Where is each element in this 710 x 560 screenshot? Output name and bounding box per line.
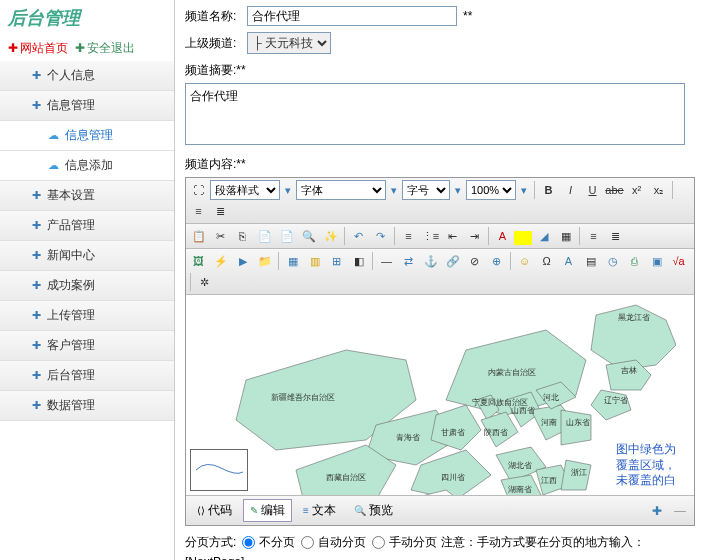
char-icon[interactable]: Ω: [536, 251, 557, 271]
menu-success[interactable]: ✚成功案例: [0, 271, 174, 301]
menu-data[interactable]: ✚数据管理: [0, 391, 174, 421]
cut-icon[interactable]: ✂: [210, 226, 231, 246]
link-icon[interactable]: 🔗: [442, 251, 463, 271]
superscript-icon[interactable]: x²: [626, 180, 647, 200]
zoom-select[interactable]: 100%: [466, 180, 516, 200]
print-icon[interactable]: ⎙: [624, 251, 645, 271]
strike-icon[interactable]: abe: [604, 180, 625, 200]
radio-manualpage[interactable]: [372, 536, 385, 549]
menu-info-add[interactable]: ☁信息添加: [0, 151, 174, 181]
excel-icon[interactable]: ▤: [580, 251, 601, 271]
inset-map: [190, 449, 248, 491]
plus-icon: ✚: [8, 41, 18, 55]
indent-icon[interactable]: ⇥: [464, 226, 485, 246]
map-region-label: 四川省: [441, 473, 465, 482]
bold-icon[interactable]: B: [538, 180, 559, 200]
ul-icon[interactable]: ⋮≡: [420, 226, 441, 246]
hr-icon[interactable]: —: [376, 251, 397, 271]
clear-icon[interactable]: ✨: [320, 226, 341, 246]
editor-expand-icon[interactable]: ✚: [648, 504, 666, 518]
pagecolor-icon[interactable]: ▦: [555, 226, 576, 246]
summary-textarea[interactable]: 合作代理: [185, 83, 685, 145]
map-icon[interactable]: ⊕: [486, 251, 507, 271]
map-region-label: 吉林: [621, 366, 637, 375]
undo-icon[interactable]: ↶: [348, 226, 369, 246]
grid-icon[interactable]: ⊞: [326, 251, 347, 271]
menu-product[interactable]: ✚产品管理: [0, 211, 174, 241]
image-icon[interactable]: 🖼: [188, 251, 209, 271]
underline-icon[interactable]: U: [582, 180, 603, 200]
align-center-icon[interactable]: ≣: [210, 201, 231, 221]
menu-personal[interactable]: ✚个人信息: [0, 61, 174, 91]
radio-nopage[interactable]: [242, 536, 255, 549]
plus-icon: ✚: [32, 309, 41, 322]
exit-link[interactable]: 安全退出: [87, 41, 135, 55]
template-icon[interactable]: ▣: [646, 251, 667, 271]
file-icon[interactable]: 📁: [254, 251, 275, 271]
date-icon[interactable]: ◷: [602, 251, 623, 271]
nextpage-tag: [NextPage]: [185, 555, 244, 560]
form-icon[interactable]: ▥: [304, 251, 325, 271]
fill-icon[interactable]: ◢: [533, 226, 554, 246]
paste-icon[interactable]: 📋: [188, 226, 209, 246]
font-select[interactable]: 字体: [296, 180, 386, 200]
more-icon[interactable]: ✲: [194, 272, 215, 292]
menu-customer[interactable]: ✚客户管理: [0, 331, 174, 361]
map-legend: 图中绿色为 覆盖区域， 未覆盖的白: [616, 442, 676, 489]
menu-label: 信息管理: [65, 127, 113, 144]
tab-preview[interactable]: 🔍预览: [347, 499, 400, 522]
fontsize-select[interactable]: 字号: [402, 180, 450, 200]
menu-backend[interactable]: ✚后台管理: [0, 361, 174, 391]
editor-tabs: ⟨⟩代码 ✎编辑 ≡文本 🔍预览 ✚ —: [186, 495, 694, 525]
dropdown-icon[interactable]: ▾: [451, 180, 465, 200]
tab-text[interactable]: ≡文本: [296, 499, 343, 522]
align-justify-icon[interactable]: ≣: [605, 226, 626, 246]
align-right-icon[interactable]: ≡: [583, 226, 604, 246]
art-icon[interactable]: A: [558, 251, 579, 271]
dropdown-icon[interactable]: ▾: [517, 180, 531, 200]
italic-icon[interactable]: I: [560, 180, 581, 200]
flash-icon[interactable]: ⚡: [210, 251, 231, 271]
menu-basic[interactable]: ✚基本设置: [0, 181, 174, 211]
find-icon[interactable]: 🔍: [298, 226, 319, 246]
editor-canvas[interactable]: 黑龙江省 吉林 辽宁省 内蒙古自治区 新疆维吾尔自治区 青海省 西藏自治区 甘肃…: [186, 295, 694, 495]
align-left-icon[interactable]: ≡: [188, 201, 209, 221]
outdent-icon[interactable]: ⇤: [442, 226, 463, 246]
marquee-icon[interactable]: ⇄: [398, 251, 419, 271]
editor-collapse-icon[interactable]: —: [670, 504, 690, 518]
channel-name-input[interactable]: [247, 6, 457, 26]
media-icon[interactable]: ▶: [232, 251, 253, 271]
bgcolor-icon[interactable]: [514, 231, 532, 245]
cloud-icon: ☁: [48, 129, 59, 142]
paragraph-style-select[interactable]: 段落样式: [210, 180, 280, 200]
emoji-icon[interactable]: ☺: [514, 251, 535, 271]
menu-info-mgmt-sub[interactable]: ☁信息管理: [0, 121, 174, 151]
map-region-label: 甘肃省: [441, 428, 465, 437]
tab-edit[interactable]: ✎编辑: [243, 499, 292, 522]
eq-icon[interactable]: √a: [668, 251, 689, 271]
anchor-icon[interactable]: ⚓: [420, 251, 441, 271]
paste-text-icon[interactable]: 📄: [254, 226, 275, 246]
expand-icon[interactable]: ⛶: [188, 180, 209, 200]
menu-news[interactable]: ✚新闻中心: [0, 241, 174, 271]
menu-info-mgmt[interactable]: ✚信息管理: [0, 91, 174, 121]
parent-channel-select[interactable]: ├ 天元科技: [247, 32, 331, 54]
menu-upload[interactable]: ✚上传管理: [0, 301, 174, 331]
copy-icon[interactable]: ⎘: [232, 226, 253, 246]
unlink-icon[interactable]: ⊘: [464, 251, 485, 271]
table-icon[interactable]: ▦: [282, 251, 303, 271]
ol-icon[interactable]: ≡: [398, 226, 419, 246]
map-region-label: 黑龙江省: [618, 313, 650, 322]
dropdown-icon[interactable]: ▾: [281, 180, 295, 200]
layer-icon[interactable]: ◧: [348, 251, 369, 271]
fontcolor-icon[interactable]: A: [492, 226, 513, 246]
map-region-label: 山东省: [566, 418, 590, 427]
home-link[interactable]: 网站首页: [20, 41, 68, 55]
dropdown-icon[interactable]: ▾: [387, 180, 401, 200]
plus-icon: ✚: [32, 189, 41, 202]
tab-code[interactable]: ⟨⟩代码: [190, 499, 239, 522]
radio-autopage[interactable]: [301, 536, 314, 549]
redo-icon[interactable]: ↷: [370, 226, 391, 246]
paste-word-icon[interactable]: 📄: [276, 226, 297, 246]
subscript-icon[interactable]: x₂: [648, 180, 669, 200]
